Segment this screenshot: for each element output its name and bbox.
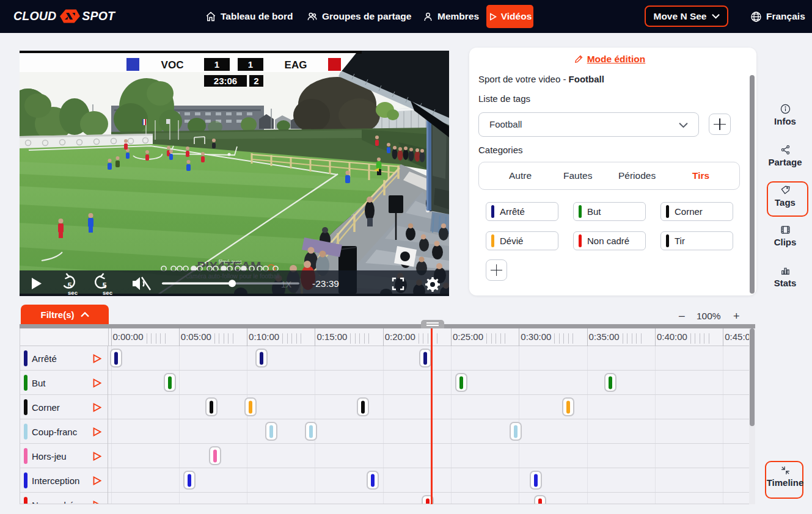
svg-text:-23:39: -23:39 <box>312 278 339 289</box>
svg-text:sec: sec <box>68 289 78 296</box>
svg-text:5: 5 <box>68 281 72 290</box>
svg-text:sec: sec <box>103 289 112 296</box>
svg-text:1X: 1X <box>281 280 292 289</box>
svg-text:VOC: VOC <box>161 59 184 71</box>
svg-text:5: 5 <box>103 281 107 290</box>
svg-text:1: 1 <box>248 59 253 70</box>
svg-text:23:06: 23:06 <box>214 76 237 86</box>
svg-text:EAG: EAG <box>285 59 307 71</box>
svg-text:1: 1 <box>214 59 219 70</box>
svg-text:2: 2 <box>254 76 258 86</box>
